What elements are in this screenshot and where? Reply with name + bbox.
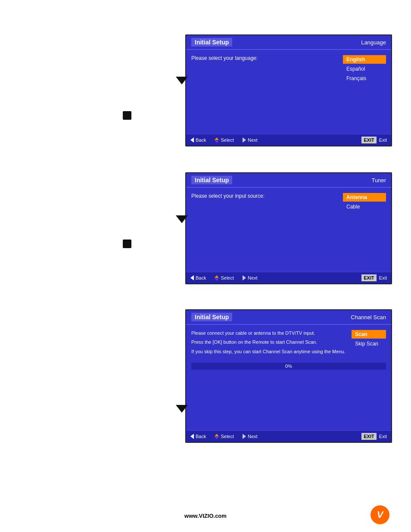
option-francais[interactable]: Français [343, 74, 386, 83]
language-screen-section: Language [361, 39, 386, 46]
tuner-select-icon [215, 275, 219, 281]
back-label: Back [196, 137, 206, 143]
tuner-screen: Initial Setup Tuner Please select your i… [185, 172, 392, 284]
remote-arrow-down-3 [176, 405, 188, 413]
down-triangle-1 [176, 77, 188, 84]
channel-scan-section: Channel Scan [351, 314, 386, 320]
scan-down-arrow [215, 437, 219, 439]
tuner-screen-footer: Back Select Next EXIT Exit [186, 272, 391, 283]
channel-scan-content: Please connect your cable or antenna to … [186, 325, 391, 363]
website-footer: www.VIZIO.com [0, 513, 411, 519]
remote-square-1 [123, 111, 131, 120]
up-arrow [215, 137, 219, 140]
tuner-down-arrow [215, 278, 219, 281]
language-screen-footer: Back Select Next EXIT Exit [186, 134, 391, 146]
tuner-screen-title: Initial Setup [191, 176, 232, 184]
down-arrow [215, 140, 219, 143]
scan-text-2: Press the [OK] button on the Remote to s… [191, 339, 346, 345]
exit-badge: EXIT [361, 137, 376, 143]
scan-exit-label: Exit [379, 434, 387, 439]
select-icon [215, 137, 219, 143]
tuner-exit-label: Exit [379, 275, 387, 280]
tuner-next-icon [243, 275, 246, 280]
tuner-next-label: Next [248, 275, 258, 280]
tuner-back-button[interactable]: Back [190, 275, 206, 280]
back-icon [190, 137, 194, 143]
channel-scan-footer: Back Select Next EXIT Exit [186, 430, 391, 442]
tuner-screen-content: Please select your input source: Antenna… [186, 188, 391, 216]
down-triangle-2 [176, 215, 188, 223]
next-label: Next [248, 137, 258, 143]
next-button[interactable]: Next [243, 137, 258, 143]
next-icon [243, 137, 246, 143]
scan-text-3: If you skip this step, you can start Cha… [191, 348, 346, 355]
tuner-next-button[interactable]: Next [243, 275, 258, 280]
website-text: www.VIZIO.com [184, 513, 227, 519]
option-scan[interactable]: Scan [352, 330, 386, 339]
language-screen: Initial Setup Language Please select you… [185, 34, 392, 146]
square-1 [123, 111, 131, 120]
tuner-select-button[interactable]: Select [215, 275, 234, 281]
tuner-exit-badge: EXIT [361, 274, 376, 281]
scan-next-button[interactable]: Next [243, 434, 258, 439]
tuner-select-label: Select [221, 275, 234, 280]
language-prompt: Please select your language: [191, 55, 338, 83]
tuner-exit-button[interactable]: EXIT Exit [361, 274, 387, 281]
scan-back-button[interactable]: Back [190, 434, 206, 439]
tuner-screen-section: Tuner [372, 177, 386, 184]
scan-next-label: Next [248, 434, 258, 439]
tuner-options: Antenna Cable [343, 193, 386, 211]
channel-scan-header: Initial Setup Channel Scan [186, 310, 391, 325]
scan-back-label: Back [196, 434, 206, 439]
language-screen-header: Initial Setup Language [186, 35, 391, 50]
scan-exit-badge: EXIT [361, 433, 376, 440]
scan-select-label: Select [221, 434, 234, 439]
progress-bar-container: 0% [191, 363, 386, 370]
option-skip-scan[interactable]: Skip Scan [352, 339, 386, 348]
remote-arrow-down-2 [176, 215, 188, 223]
tuner-back-label: Back [196, 275, 206, 280]
tuner-up-arrow [215, 275, 219, 278]
option-antenna[interactable]: Antenna [343, 193, 386, 202]
select-label: Select [221, 137, 234, 143]
option-english[interactable]: English [343, 55, 386, 64]
progress-text: 0% [285, 364, 292, 369]
tuner-back-icon [190, 275, 194, 280]
scan-exit-button[interactable]: EXIT Exit [361, 433, 387, 440]
vizio-letter: V [377, 509, 383, 520]
scan-select-icon [215, 434, 219, 439]
option-cable[interactable]: Cable [343, 202, 386, 211]
back-button[interactable]: Back [190, 137, 206, 143]
remote-square-2 [123, 240, 131, 248]
scan-next-icon [243, 434, 246, 439]
square-2 [123, 240, 131, 248]
vizio-logo: V [371, 505, 389, 524]
option-espanol[interactable]: Español [343, 65, 386, 73]
select-button[interactable]: Select [215, 137, 234, 143]
scan-text-1: Please connect your cable or antenna to … [191, 330, 346, 336]
scan-select-button[interactable]: Select [215, 434, 234, 439]
scan-text-area: Please connect your cable or antenna to … [191, 330, 346, 358]
exit-label: Exit [379, 137, 387, 143]
remote-arrow-down-1 [176, 77, 188, 84]
tuner-screen-header: Initial Setup Tuner [186, 173, 391, 188]
language-screen-title: Initial Setup [191, 38, 232, 47]
language-screen-content: Please select your language: English Esp… [186, 50, 391, 88]
down-triangle-3 [176, 405, 188, 413]
scan-up-arrow [215, 434, 219, 436]
language-options: English Español Français [343, 55, 386, 83]
channel-scan-title: Initial Setup [191, 313, 232, 321]
scan-back-icon [190, 434, 194, 439]
scan-options: Scan Skip Scan [352, 330, 386, 358]
tuner-prompt: Please select your input source: [191, 193, 338, 211]
exit-button[interactable]: EXIT Exit [361, 137, 387, 143]
channel-scan-screen: Initial Setup Channel Scan Please connec… [185, 309, 392, 443]
